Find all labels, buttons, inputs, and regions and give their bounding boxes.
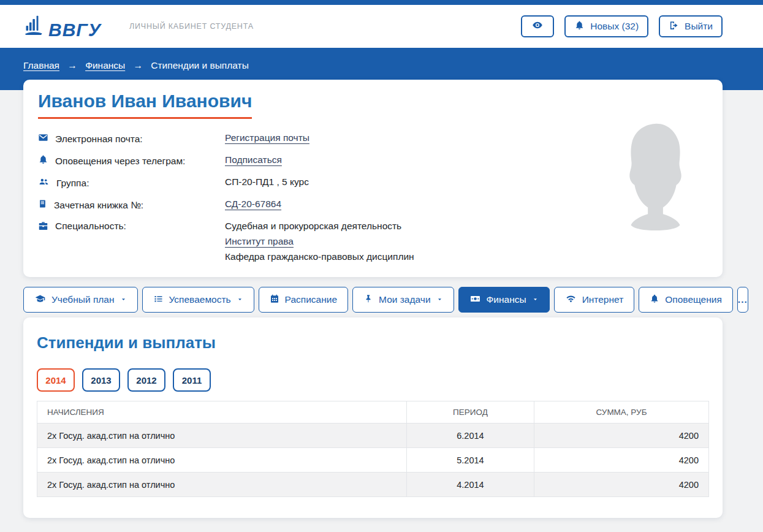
bell-icon [650, 294, 659, 306]
accrual-sum: 4200 [534, 424, 709, 448]
accrual-sum: 4200 [534, 448, 709, 473]
avatar [614, 119, 697, 234]
accrual-period: 6.2014 [406, 424, 534, 448]
payments-table: НАЧИСЛЕНИЯ ПЕРИОД СУММА, РУБ 2х Госуд. а… [37, 401, 709, 497]
book-icon [38, 199, 47, 211]
column-header-sum: СУММА, РУБ [534, 401, 709, 424]
year-tab-2011[interactable]: 2011 [173, 368, 211, 392]
wifi-icon [565, 294, 577, 306]
breadcrumb-separator: → [134, 60, 143, 70]
accrual-period: 5.2014 [406, 448, 534, 473]
bell-icon [38, 154, 48, 167]
notifications-button[interactable]: Новых (32) [564, 15, 648, 37]
logout-button[interactable]: Выйти [659, 15, 723, 37]
table-header-row: НАЧИСЛЕНИЯ ПЕРИОД СУММА, РУБ [37, 401, 709, 424]
section-nav: Учебный план Успеваемость Расписание Мои… [23, 287, 723, 313]
envelope-icon [38, 132, 48, 145]
year-tab-2013[interactable]: 2013 [82, 368, 120, 392]
briefcase-icon [38, 221, 48, 234]
column-header-period: ПЕРИОД [406, 401, 534, 424]
department-name: Кафедра гражданско-правовых дисциплин [225, 251, 708, 262]
breadcrumb-separator: → [67, 60, 77, 70]
column-header-accruals: НАЧИСЛЕНИЯ [37, 401, 407, 424]
breadcrumb-finance-link[interactable]: Финансы [85, 60, 125, 70]
nav-tasks-button[interactable]: Мои задачи [352, 287, 454, 313]
page-title: Стипендии и выплаты [37, 333, 709, 352]
nav-internet-button[interactable]: Интернет [554, 287, 635, 313]
header-actions: Новых (32) Выйти [521, 15, 723, 37]
institute-link[interactable]: Институт права [225, 236, 294, 246]
telegram-field-label: Оповещения через телеграм: [38, 154, 225, 167]
accrual-sum: 4200 [534, 473, 709, 497]
accrual-name: 2х Госуд. акад.стип на отлично [37, 448, 407, 473]
email-register-link[interactable]: Регистрация почты [225, 132, 309, 143]
bell-icon [574, 20, 585, 33]
email-field-label: Электронная почта: [38, 132, 225, 145]
visibility-button[interactable] [521, 15, 554, 37]
nav-more-button[interactable]: ... [737, 287, 748, 313]
table-row: 2х Госуд. акад.стип на отлично 6.2014 42… [37, 424, 709, 448]
logout-icon [669, 20, 679, 33]
chevron-down-icon [532, 294, 539, 305]
chevron-down-icon [237, 294, 243, 305]
breadcrumb: Главная → Финансы → Стипендии и выплаты [23, 60, 723, 71]
year-tab-2014[interactable]: 2014 [37, 368, 75, 392]
accrual-period: 4.2014 [406, 473, 534, 497]
nav-curriculum-button[interactable]: Учебный план [23, 287, 138, 313]
notifications-label: Новых (32) [590, 21, 639, 32]
breadcrumb-home-link[interactable]: Главная [23, 60, 59, 70]
users-icon [38, 177, 50, 189]
nav-grades-button[interactable]: Успеваемость [142, 287, 254, 313]
table-row: 2х Госуд. акад.стип на отлично 4.2014 42… [37, 473, 709, 497]
logo-text: ВВГУ [48, 21, 101, 39]
nav-finance-button[interactable]: Финансы [458, 287, 550, 313]
app-tagline: ЛИЧНЫЙ КАБИНЕТ СТУДЕНТА [129, 22, 254, 31]
telegram-subscribe-link[interactable]: Подписаться [225, 154, 282, 165]
student-profile-card: Иванов Иван Иванович Электронная почта: … [23, 80, 723, 277]
chevron-down-icon [436, 294, 443, 305]
graduation-cap-icon [34, 294, 46, 306]
tasks-list-icon [153, 294, 164, 306]
gradebook-field-label: Зачетная книжка №: [38, 199, 225, 211]
logout-label: Выйти [685, 21, 713, 32]
ellipsis-label: ... [738, 294, 748, 305]
calendar-icon [270, 294, 279, 306]
eye-icon [531, 20, 544, 33]
gradebook-number-link[interactable]: СД-20-67864 [225, 199, 281, 209]
app-header: ВВГУ ЛИЧНЫЙ КАБИНЕТ СТУДЕНТА Новых (32) … [0, 5, 763, 48]
accrual-name: 2х Госуд. акад.стип на отлично [37, 473, 407, 497]
student-name: Иванов Иван Иванович [38, 91, 252, 119]
top-accent-bar [0, 0, 763, 5]
nav-schedule-button[interactable]: Расписание [259, 287, 348, 313]
nav-notifications-button[interactable]: Оповещения [639, 287, 733, 313]
chevron-down-icon [120, 294, 127, 305]
year-tab-2012[interactable]: 2012 [127, 368, 165, 392]
pin-icon [363, 294, 373, 306]
year-tabs: 2014 2013 2012 2011 [37, 368, 709, 392]
accrual-name: 2х Госуд. акад.стип на отлично [37, 424, 407, 448]
logo-bars-icon [23, 13, 45, 39]
university-logo[interactable]: ВВГУ [23, 13, 101, 39]
table-row: 2х Госуд. акад.стип на отлично 5.2014 42… [37, 448, 709, 473]
group-field-label: Группа: [38, 177, 225, 189]
money-icon [469, 294, 481, 306]
scholarships-card: Стипендии и выплаты 2014 2013 2012 2011 … [23, 317, 723, 518]
breadcrumb-current: Стипендии и выплаты [151, 60, 249, 70]
specialty-field-label: Специальность: [38, 221, 225, 262]
profile-fields: Электронная почта: Регистрация почты Опо… [38, 132, 708, 262]
